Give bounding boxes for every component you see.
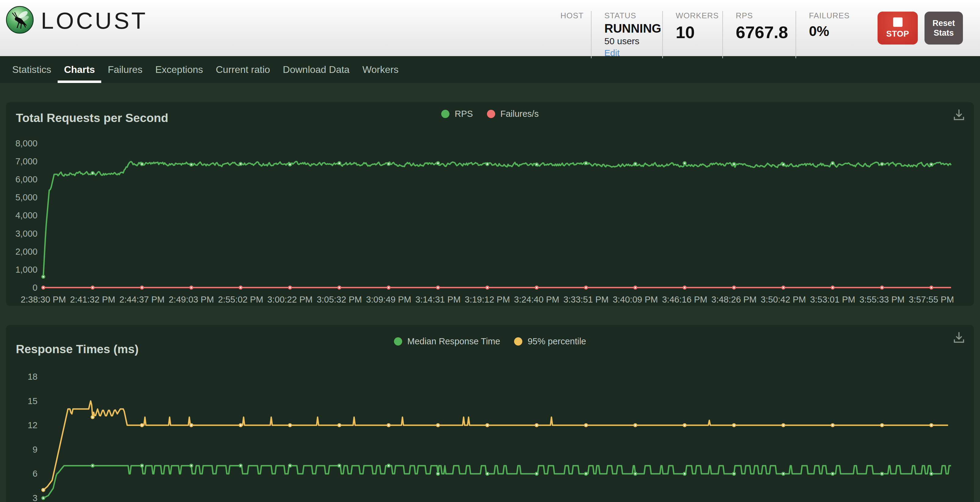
stat-host: HOST: [560, 11, 592, 58]
svg-text:6,000: 6,000: [15, 174, 38, 184]
svg-text:7,000: 7,000: [15, 156, 38, 166]
svg-text:8,000: 8,000: [15, 139, 38, 148]
stat-failures: FAILURES 0%: [809, 11, 849, 58]
stat-failures-value: 0%: [809, 23, 837, 39]
app-header: LOCUST HOST STATUS RUNNING 50 users Edit…: [0, 0, 980, 56]
svg-text:18: 18: [28, 372, 38, 381]
svg-text:4,000: 4,000: [15, 210, 38, 220]
stop-icon: [893, 18, 902, 27]
svg-text:3:33:51 PM: 3:33:51 PM: [563, 295, 609, 304]
chart-panel-rps: Total Requests per Second RPSFailures/s …: [6, 102, 974, 306]
stat-workers: WORKERS 10: [676, 11, 723, 58]
svg-text:2:38:30 PM: 2:38:30 PM: [21, 295, 66, 304]
svg-text:9: 9: [33, 445, 38, 454]
tab-workers[interactable]: Workers: [356, 56, 405, 83]
svg-text:3: 3: [33, 493, 38, 502]
response-times-chart-plot[interactable]: 3691215182:38:30 PM2:41:32 PM2:44:37 PM2…: [6, 325, 974, 502]
svg-text:12: 12: [28, 420, 38, 430]
stat-status-value: RUNNING: [605, 22, 651, 35]
stat-failures-label: FAILURES: [809, 11, 837, 21]
stop-button-label: STOP: [886, 29, 909, 39]
stat-host-label: HOST: [560, 11, 579, 21]
svg-text:3:14:31 PM: 3:14:31 PM: [415, 295, 460, 304]
header-stats: HOST STATUS RUNNING 50 users Edit WORKER…: [560, 11, 861, 58]
svg-text:6: 6: [33, 469, 38, 478]
locust-logo-icon: [5, 5, 34, 35]
svg-text:15: 15: [28, 396, 38, 406]
stat-status-label: STATUS: [605, 11, 651, 21]
svg-text:3:40:09 PM: 3:40:09 PM: [612, 295, 658, 304]
tab-exceptions[interactable]: Exceptions: [149, 56, 210, 83]
stat-user-count: 50 users: [605, 36, 651, 46]
svg-text:3:46:16 PM: 3:46:16 PM: [662, 295, 707, 304]
svg-text:3:57:55 PM: 3:57:55 PM: [908, 295, 954, 304]
tab-current-ratio[interactable]: Current ratio: [210, 56, 277, 83]
app-title: LOCUST: [41, 7, 148, 34]
svg-text:3:05:32 PM: 3:05:32 PM: [317, 295, 362, 304]
svg-text:2:44:37 PM: 2:44:37 PM: [119, 295, 164, 304]
stat-rps: RPS 6767.8: [736, 11, 796, 58]
stat-status: STATUS RUNNING 50 users Edit: [605, 11, 663, 58]
tab-statistics[interactable]: Statistics: [6, 56, 57, 83]
svg-text:3:53:01 PM: 3:53:01 PM: [810, 295, 855, 304]
svg-text:3:09:49 PM: 3:09:49 PM: [366, 295, 411, 304]
stat-rps-label: RPS: [736, 11, 784, 21]
svg-text:2:41:32 PM: 2:41:32 PM: [70, 295, 115, 304]
svg-text:3:48:26 PM: 3:48:26 PM: [711, 295, 757, 304]
svg-text:3,000: 3,000: [15, 229, 38, 239]
edit-link[interactable]: Edit: [605, 48, 651, 58]
stop-button[interactable]: STOP: [878, 11, 918, 45]
svg-text:2:49:03 PM: 2:49:03 PM: [169, 295, 214, 304]
svg-text:2:55:02 PM: 2:55:02 PM: [218, 295, 263, 304]
svg-text:3:19:12 PM: 3:19:12 PM: [465, 295, 510, 304]
svg-text:3:24:40 PM: 3:24:40 PM: [514, 295, 559, 304]
main-nav: Statistics Charts Failures Exceptions Cu…: [0, 56, 980, 83]
svg-text:5,000: 5,000: [15, 193, 38, 202]
svg-text:1,000: 1,000: [15, 265, 38, 274]
reset-stats-label: Reset Stats: [930, 18, 958, 38]
svg-text:2,000: 2,000: [15, 247, 38, 257]
svg-text:3:50:42 PM: 3:50:42 PM: [761, 295, 806, 304]
stat-workers-value: 10: [676, 22, 711, 42]
tab-charts[interactable]: Charts: [57, 56, 101, 83]
rps-chart-plot[interactable]: 01,0002,0003,0004,0005,0006,0007,0008,00…: [6, 102, 974, 306]
locust-logo: LOCUST: [5, 5, 148, 35]
reset-stats-button[interactable]: Reset Stats: [924, 11, 963, 45]
svg-text:3:00:22 PM: 3:00:22 PM: [267, 295, 313, 304]
tab-failures[interactable]: Failures: [101, 56, 149, 83]
svg-text:0: 0: [33, 283, 38, 292]
tab-download-data[interactable]: Download Data: [277, 56, 356, 83]
chart-panel-response-times: Response Times (ms) Median Response Time…: [6, 325, 974, 502]
svg-text:3:55:33 PM: 3:55:33 PM: [859, 295, 904, 304]
stat-rps-value: 6767.8: [736, 22, 784, 42]
stat-workers-label: WORKERS: [676, 11, 711, 21]
